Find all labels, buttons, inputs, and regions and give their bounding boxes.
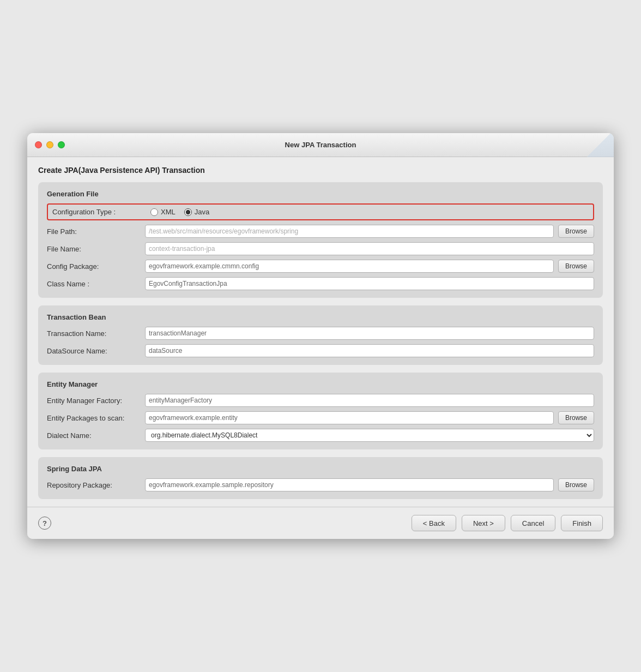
entity-packages-input[interactable] <box>145 411 554 424</box>
file-path-label: File Path: <box>47 227 145 236</box>
maximize-button[interactable] <box>58 141 65 148</box>
xml-radio-option[interactable]: XML <box>150 208 176 216</box>
window-body: Create JPA(Java Persistence API) Transac… <box>27 157 614 507</box>
main-window: New JPA Transaction Create JPA(Java Pers… <box>27 133 614 539</box>
help-button[interactable]: ? <box>38 517 51 530</box>
generation-file-title: Generation File <box>47 190 594 198</box>
transaction-name-input[interactable] <box>145 327 594 340</box>
back-button[interactable]: < Back <box>412 515 456 531</box>
class-name-row: Class Name : <box>47 277 594 290</box>
close-button[interactable] <box>35 141 42 148</box>
entity-packages-browse-button[interactable]: Browse <box>558 411 594 424</box>
dialect-name-label: Dialect Name: <box>47 431 145 440</box>
datasource-name-label: DataSource Name: <box>47 347 145 355</box>
file-path-browse-button[interactable]: Browse <box>558 225 594 238</box>
dialect-name-select[interactable]: org.hibernate.dialect.MySQL8Dialect org.… <box>145 429 594 442</box>
config-package-input[interactable] <box>145 260 554 273</box>
transaction-name-row: Transaction Name: <box>47 327 594 340</box>
generation-file-section: Generation File Configuration Type : XML… <box>38 182 603 298</box>
spring-data-jpa-title: Spring Data JPA <box>47 465 594 473</box>
entity-manager-title: Entity Manager <box>47 380 594 388</box>
footer-buttons: < Back Next > Cancel Finish <box>412 515 603 531</box>
repository-package-row: Repository Package: Browse <box>47 478 594 491</box>
footer-left: ? <box>38 517 412 530</box>
minimize-button[interactable] <box>46 141 53 148</box>
finish-button[interactable]: Finish <box>561 515 603 531</box>
java-label: Java <box>195 208 209 216</box>
config-package-label: Config Package: <box>47 262 145 271</box>
entity-manager-factory-label: Entity Manager Factory: <box>47 397 145 405</box>
config-type-label: Configuration Type : <box>52 208 150 216</box>
next-button[interactable]: Next > <box>462 515 505 531</box>
corner-decoration <box>570 133 614 157</box>
file-name-label: File Name: <box>47 245 145 253</box>
config-type-row: Configuration Type : XML Java <box>47 203 594 220</box>
entity-manager-factory-row: Entity Manager Factory: <box>47 394 594 407</box>
file-path-input[interactable] <box>145 225 554 238</box>
entity-manager-factory-input[interactable] <box>145 394 594 407</box>
java-radio[interactable] <box>184 208 192 216</box>
spring-data-jpa-section: Spring Data JPA Repository Package: Brow… <box>38 457 603 499</box>
class-name-input[interactable] <box>145 277 594 290</box>
config-package-browse-button[interactable]: Browse <box>558 260 594 273</box>
transaction-bean-title: Transaction Bean <box>47 313 594 321</box>
entity-packages-row: Entity Packages to scan: Browse <box>47 411 594 424</box>
transaction-name-label: Transaction Name: <box>47 329 145 338</box>
file-path-row: File Path: Browse <box>47 225 594 238</box>
file-name-input[interactable] <box>145 242 594 255</box>
xml-label: XML <box>161 208 176 216</box>
repository-package-browse-button[interactable]: Browse <box>558 478 594 491</box>
repository-package-input[interactable] <box>145 478 554 491</box>
window-title: New JPA Transaction <box>285 141 356 149</box>
datasource-name-row: DataSource Name: <box>47 344 594 357</box>
dialect-name-row: Dialect Name: org.hibernate.dialect.MySQ… <box>47 429 594 442</box>
repository-package-label: Repository Package: <box>47 481 145 489</box>
entity-packages-label: Entity Packages to scan: <box>47 414 145 422</box>
transaction-bean-section: Transaction Bean Transaction Name: DataS… <box>38 305 603 365</box>
datasource-name-input[interactable] <box>145 344 594 357</box>
class-name-label: Class Name : <box>47 280 145 288</box>
page-title: Create JPA(Java Persistence API) Transac… <box>38 166 603 175</box>
entity-manager-section: Entity Manager Entity Manager Factory: E… <box>38 373 603 449</box>
title-bar: New JPA Transaction <box>27 133 614 157</box>
cancel-button[interactable]: Cancel <box>511 515 555 531</box>
config-package-row: Config Package: Browse <box>47 260 594 273</box>
java-radio-option[interactable]: Java <box>184 208 209 216</box>
file-name-row: File Name: <box>47 242 594 255</box>
xml-radio[interactable] <box>150 208 158 216</box>
window-controls <box>35 141 65 148</box>
config-type-radio-group: XML Java <box>150 208 209 216</box>
footer: ? < Back Next > Cancel Finish <box>27 507 614 539</box>
